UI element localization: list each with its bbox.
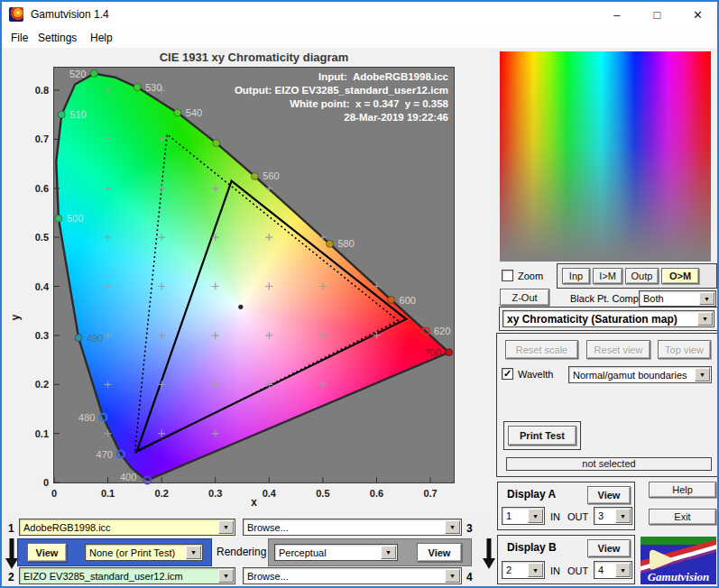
display-a-inout-label: IN OUT [550, 511, 588, 522]
view-input-button[interactable]: View [27, 543, 67, 562]
dropdown-arrow-icon: ▼ [699, 292, 714, 305]
close-button[interactable]: ✕ [678, 2, 718, 28]
display-a-out-select[interactable]: 3 ▼ [594, 507, 632, 525]
window-title: Gamutvision 1.4 [31, 8, 109, 21]
slot3-number: 3 [466, 522, 473, 535]
x-axis-label: x [53, 496, 455, 509]
rendering-intent-select[interactable]: Perceptual ▼ [274, 544, 398, 561]
output-browse-select[interactable]: Browse... ▼ [243, 567, 462, 584]
dropdown-arrow-icon: ▼ [218, 520, 234, 534]
display-b-inout-label: IN OUT [550, 565, 588, 576]
dropdown-arrow-icon: ▼ [528, 509, 543, 523]
svg-text:0.5: 0.5 [35, 232, 49, 243]
help-button[interactable]: Help [649, 482, 716, 498]
gamutvision-logo: Gamutvision [641, 537, 716, 584]
display-b-out-select[interactable]: 4 ▼ [594, 561, 632, 579]
io-button-group: Inp I>M Outp O>M [557, 263, 717, 289]
svg-text:0.6: 0.6 [35, 183, 49, 194]
chart-title: CIE 1931 xy Chromaticity diagram [53, 51, 455, 64]
dropdown-arrow-icon: ▼ [695, 368, 710, 381]
svg-text:Gamutvision: Gamutvision [648, 570, 710, 583]
boundaries-select[interactable]: Normal/gamut boundaries ▼ [568, 366, 712, 383]
dropdown-arrow-icon: ▼ [218, 569, 234, 583]
svg-text:0.2: 0.2 [35, 379, 49, 390]
dropdown-arrow-icon: ▼ [615, 563, 631, 577]
menu-settings[interactable]: Settings [34, 31, 80, 45]
menu-file[interactable]: File [7, 31, 32, 45]
rendering-panel: Perceptual ▼ View [268, 538, 472, 566]
black-pt-comp-select[interactable]: Both ▼ [639, 290, 716, 307]
zoom-label: Zoom [518, 271, 543, 281]
svg-text:0.7: 0.7 [35, 133, 49, 144]
reset-scale-button[interactable]: Reset scale [505, 340, 578, 359]
down-arrow-icon [482, 538, 496, 569]
y-axis-label: y [9, 315, 22, 321]
selection-status: not selected [506, 457, 712, 471]
exit-button[interactable]: Exit [649, 509, 716, 525]
otm-button[interactable]: O>M [661, 268, 699, 284]
svg-text:0.4: 0.4 [35, 281, 50, 292]
map-select-frame: xy Chromaticity (Saturation map) ▼ [499, 307, 718, 331]
display-a-title: Display A [507, 488, 556, 501]
input-profile-select[interactable]: AdobeRGB1998.icc ▼ [19, 519, 235, 536]
dropdown-arrow-icon: ▼ [445, 520, 460, 534]
slot1-number: 1 [8, 522, 14, 535]
black-pt-comp-label: Black Pt. Comp. [570, 293, 641, 304]
zoom-checkbox[interactable] [502, 270, 513, 281]
wavelth-label: Wavelth [518, 369, 553, 380]
slot2-number: 2 [8, 571, 14, 583]
app-window: Gamutvision 1.4 – □ ✕ File Settings Help… [0, 0, 719, 588]
maximize-button[interactable]: □ [637, 2, 678, 28]
app-icon [9, 7, 23, 22]
view-options-group: Reset scale Reset view Top view ✓ Wavelt… [496, 333, 718, 477]
inp-button[interactable]: Inp [562, 268, 590, 284]
view-output-button[interactable]: View [417, 543, 462, 562]
map-type-select[interactable]: xy Chromaticity (Saturation map) ▼ [502, 310, 714, 327]
dropdown-arrow-icon: ▼ [186, 546, 201, 559]
display-a-group: Display A View 1 ▼ IN OUT 3 ▼ [497, 482, 635, 530]
z-out-button[interactable]: Z-Out [500, 289, 549, 306]
top-view-button[interactable]: Top view [658, 340, 711, 359]
itm-button[interactable]: I>M [593, 268, 622, 284]
rendering-label: Rendering [217, 546, 266, 558]
reset-view-button[interactable]: Reset view [586, 340, 650, 359]
output-profile-select[interactable]: EIZO EV3285_standard_user12.icm ▼ [19, 567, 235, 584]
display-a-in-select[interactable]: 1 ▼ [502, 507, 545, 525]
display-b-in-select[interactable]: 2 ▼ [502, 561, 545, 579]
dropdown-arrow-icon: ▼ [528, 563, 543, 577]
input-browse-select[interactable]: Browse... ▼ [243, 519, 462, 536]
display-b-group: Display B View 2 ▼ IN OUT 4 ▼ [497, 535, 635, 584]
titlebar: Gamutvision 1.4 – □ ✕ [2, 2, 717, 28]
slot4-number: 4 [466, 571, 473, 583]
dropdown-arrow-icon: ▼ [445, 569, 460, 583]
dropdown-arrow-icon: ▼ [615, 509, 631, 523]
input-view-panel: View None (or Print Test) ▼ [17, 538, 212, 566]
minimize-button[interactable]: – [596, 2, 637, 28]
svg-text:0.1: 0.1 [35, 428, 49, 439]
print-test-button[interactable]: Print Test [508, 426, 576, 446]
menu-help[interactable]: Help [87, 31, 116, 45]
dropdown-arrow-icon: ▼ [697, 312, 713, 326]
svg-text:0.8: 0.8 [35, 85, 49, 96]
display-b-view-button[interactable]: View [587, 539, 631, 557]
dropdown-arrow-icon: ▼ [381, 546, 396, 559]
figure-area: CIE 1931 xy Chromaticity diagram 00.10.2… [2, 48, 495, 518]
display-b-title: Display B [507, 541, 557, 554]
saturation-gradient-preview [500, 51, 711, 262]
wavelth-checkbox[interactable]: ✓ [502, 368, 513, 380]
display-a-view-button[interactable]: View [587, 486, 631, 504]
svg-text:0.3: 0.3 [35, 330, 49, 341]
svg-text:0: 0 [43, 477, 49, 488]
simulation-select[interactable]: None (or Print Test) ▼ [85, 544, 203, 561]
print-test-frame: Print Test [503, 421, 581, 450]
menubar: File Settings Help [2, 28, 717, 48]
outp-button[interactable]: Outp [625, 268, 659, 284]
